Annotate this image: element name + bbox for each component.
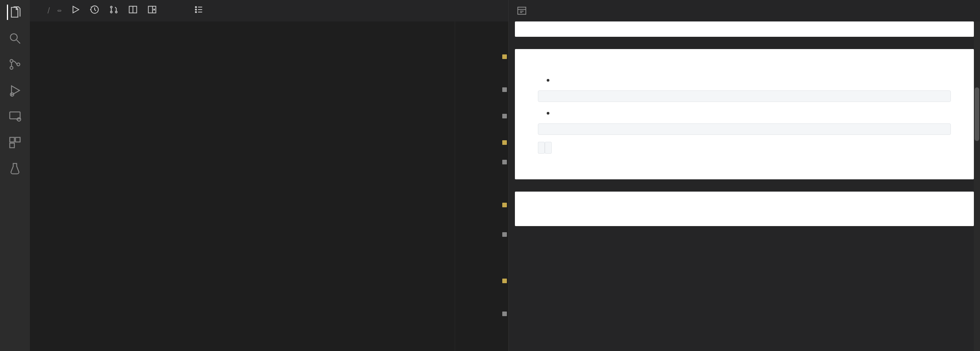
activity-remote-icon[interactable] [7, 109, 23, 124]
preview-icon [516, 5, 527, 16]
preview-title-bar [509, 0, 980, 21]
slide-paragraph [538, 140, 951, 155]
svg-point-13 [115, 11, 117, 13]
activity-testing-icon[interactable] [7, 161, 23, 176]
inline-code [538, 142, 545, 154]
breadcrumb-symbol-icon [57, 10, 61, 11]
activity-extensions-icon[interactable] [7, 135, 23, 150]
split-icon[interactable] [128, 5, 138, 17]
list-icon[interactable] [194, 5, 204, 17]
svg-rect-9 [10, 143, 15, 148]
svg-point-11 [110, 6, 112, 8]
slide-codeblock [538, 123, 951, 135]
svg-rect-19 [518, 7, 526, 15]
editor-toolbar [70, 5, 213, 17]
preview-pane [509, 0, 980, 351]
slide-previous [515, 21, 974, 37]
activity-debug-icon[interactable] [7, 83, 23, 98]
inline-code [545, 142, 552, 154]
svg-rect-8 [16, 138, 20, 142]
preview-body[interactable] [509, 21, 980, 351]
slide-next [515, 192, 974, 226]
slide-bullet [555, 74, 951, 85]
main-split: / [30, 0, 980, 351]
svg-point-0 [10, 34, 17, 41]
svg-point-12 [110, 11, 112, 13]
editor-tab-bar: / [30, 0, 508, 21]
activity-scm-icon[interactable] [7, 57, 23, 72]
slide-codeblock [538, 90, 951, 102]
svg-point-17 [195, 9, 197, 10]
code-area[interactable] [87, 21, 455, 351]
breadcrumb[interactable] [57, 10, 64, 11]
run-icon[interactable] [70, 5, 80, 17]
editor-body[interactable] [30, 21, 508, 351]
svg-point-3 [17, 63, 20, 66]
overview-ruler[interactable] [501, 21, 508, 351]
svg-point-1 [10, 59, 13, 62]
activity-bar [0, 0, 30, 351]
line-number-gutter [30, 21, 87, 351]
svg-point-2 [10, 66, 13, 69]
svg-point-18 [195, 11, 197, 12]
history-icon[interactable] [90, 5, 100, 17]
svg-rect-15 [148, 6, 156, 13]
slide-bullet [555, 107, 951, 118]
slide-current [515, 49, 974, 179]
activity-explorer-icon[interactable] [7, 5, 22, 20]
editor-pane: / [30, 0, 509, 351]
svg-rect-7 [10, 138, 15, 142]
preview-side-icon[interactable] [147, 5, 157, 17]
pull-request-icon[interactable] [109, 5, 119, 17]
svg-point-16 [195, 6, 197, 7]
minimap[interactable] [455, 21, 501, 351]
preview-scrollbar[interactable] [974, 21, 980, 351]
activity-search-icon[interactable] [7, 31, 23, 46]
